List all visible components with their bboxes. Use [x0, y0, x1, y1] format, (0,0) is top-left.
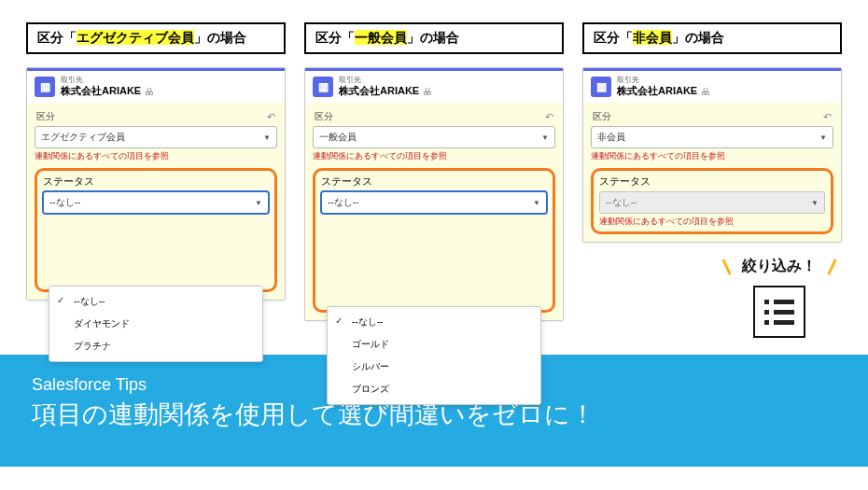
field-kubun: 区分 ↶ 一般会員 ▼ 連動関係にあるすべての項目を参照: [313, 110, 555, 161]
object-label: 取引先: [617, 77, 709, 85]
object-label: 取引先: [339, 77, 431, 85]
dropdown-option[interactable]: ダイヤモンド: [49, 313, 262, 335]
status-dropdown: --なし-- ダイヤモンド プラチナ: [49, 286, 263, 362]
label-kubun: 区分: [315, 110, 333, 123]
dropdown-option[interactable]: ゴールド: [328, 333, 540, 356]
dropdown-option[interactable]: --なし--: [49, 290, 262, 313]
kubun-select[interactable]: エグゼクティブ会員 ▼: [35, 126, 277, 148]
hierarchy-icon[interactable]: 品: [144, 88, 153, 96]
chevron-down-icon: ▼: [263, 133, 271, 142]
panel-executive: 区分「エグゼクティブ会員」の場合 ▦ 取引先 株式会社ARIAKE 品 区分 ↶: [26, 22, 286, 321]
kubun-select[interactable]: 一般会員 ▼: [313, 126, 555, 148]
panel-title-nonmember: 区分「非会員」の場合: [582, 22, 842, 54]
status-value: --なし--: [49, 196, 80, 209]
field-status: ステータス --なし-- ▼ 連動関係にあるすべての項目を参照: [599, 175, 825, 226]
account-icon: ▦: [35, 77, 55, 97]
undo-icon[interactable]: ↶: [545, 111, 553, 123]
card-general: ▦ 取引先 株式会社ARIAKE 品 区分 ↶ 一般会員: [304, 67, 564, 321]
field-kubun: 区分 ↶ 非会員 ▼ 連動関係にあるすべての項目を参照: [591, 110, 833, 161]
highlight-general: 一般会員: [355, 30, 407, 45]
kubun-value: 一般会員: [319, 131, 357, 144]
hierarchy-icon[interactable]: 品: [700, 88, 709, 96]
panel-title-general: 区分「一般会員」の場合: [304, 22, 564, 54]
record-header: ▦ 取引先 株式会社ARIAKE 品: [27, 68, 285, 103]
callout: 絞り込み！: [742, 257, 817, 338]
highlight-ring: ステータス --なし-- ▼ 連動関係にあるすべての項目を参照: [591, 168, 833, 234]
chevron-down-icon: ▼: [541, 133, 549, 142]
card-nonmember: ▦ 取引先 株式会社ARIAKE 品 区分 ↶ 非会員: [582, 67, 842, 243]
status-select-disabled: --なし-- ▼: [599, 191, 825, 214]
record-name: 株式会社ARIAKE: [61, 85, 141, 96]
chevron-down-icon: ▼: [533, 199, 540, 207]
status-select[interactable]: --なし-- ▼: [321, 191, 547, 214]
highlight-executive: エグゼクティブ会員: [77, 30, 194, 45]
callout-text: 絞り込み！: [742, 257, 817, 276]
label-status: ステータス: [599, 175, 825, 189]
card-executive: ▦ 取引先 株式会社ARIAKE 品 区分 ↶ エグゼクティブ会員: [26, 67, 286, 301]
status-value: --なし--: [606, 196, 637, 209]
account-icon: ▦: [313, 77, 333, 97]
label-status: ステータス: [321, 175, 547, 189]
record-name: 株式会社ARIAKE: [339, 85, 419, 96]
dropdown-option[interactable]: --なし--: [328, 311, 540, 333]
object-label: 取引先: [61, 77, 153, 85]
chevron-down-icon: ▼: [255, 199, 262, 207]
hierarchy-icon[interactable]: 品: [422, 88, 431, 96]
chevron-down-icon: ▼: [819, 133, 827, 142]
label-kubun: 区分: [36, 110, 55, 123]
dropdown-option[interactable]: プラチナ: [49, 335, 262, 357]
record-header: ▦ 取引先 株式会社ARIAKE 品: [305, 68, 563, 103]
status-select[interactable]: --なし-- ▼: [43, 191, 269, 214]
kubun-select[interactable]: 非会員 ▼: [591, 126, 833, 148]
highlight-ring: ステータス --なし-- ▼ --なし-- ゴールド シルバー ブロンズ: [313, 168, 555, 313]
account-icon: ▦: [591, 77, 611, 97]
undo-icon[interactable]: ↶: [267, 111, 275, 123]
record-header: ▦ 取引先 株式会社ARIAKE 品: [583, 68, 841, 103]
field-status: ステータス --なし-- ▼ --なし-- ダイヤモンド プラチナ: [43, 175, 269, 284]
label-status: ステータス: [43, 175, 269, 189]
label-kubun: 区分: [593, 110, 611, 123]
field-kubun: 区分 ↶ エグゼクティブ会員 ▼ 連動関係にあるすべての項目を参照: [35, 110, 277, 161]
kubun-value: 非会員: [597, 131, 625, 144]
highlight-ring: ステータス --なし-- ▼ --なし-- ダイヤモンド プラチナ: [35, 168, 277, 292]
highlight-nonmember: 非会員: [633, 30, 672, 45]
list-icon: [753, 286, 805, 338]
help-text: 連動関係にあるすべての項目を参照: [313, 151, 555, 161]
panel-title-executive: 区分「エグゼクティブ会員」の場合: [26, 22, 286, 54]
dropdown-option[interactable]: シルバー: [328, 356, 540, 378]
help-text: 連動関係にあるすべての項目を参照: [35, 151, 277, 161]
panel-general: 区分「一般会員」の場合 ▦ 取引先 株式会社ARIAKE 品 区分 ↶: [304, 22, 564, 321]
status-value: --なし--: [328, 196, 358, 209]
kubun-value: エグゼクティブ会員: [41, 131, 125, 144]
help-text: 連動関係にあるすべての項目を参照: [599, 217, 825, 226]
status-dropdown: --なし-- ゴールド シルバー ブロンズ: [327, 306, 541, 405]
field-status: ステータス --なし-- ▼ --なし-- ゴールド シルバー ブロンズ: [321, 175, 547, 304]
help-text: 連動関係にあるすべての項目を参照: [591, 151, 833, 161]
dropdown-option[interactable]: ブロンズ: [328, 378, 540, 400]
record-name: 株式会社ARIAKE: [617, 85, 697, 96]
chevron-down-icon: ▼: [811, 199, 819, 207]
undo-icon[interactable]: ↶: [823, 111, 832, 123]
